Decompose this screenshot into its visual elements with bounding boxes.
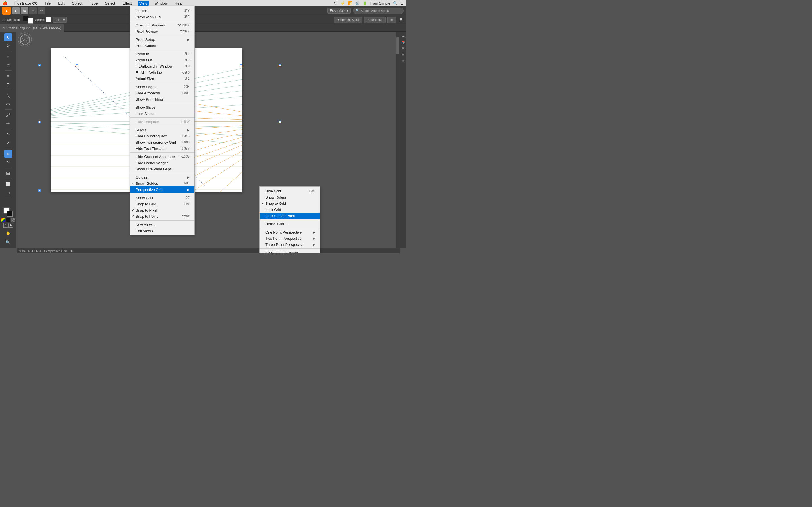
menu-snap-to-grid[interactable]: Snap to Grid ⇧⌘' [130,201,194,207]
menu-lock-slices[interactable]: Lock Slices [130,110,194,117]
selection-tool[interactable] [4,33,12,41]
menu-file[interactable]: File [43,1,52,6]
menu-hide-template[interactable]: Hide Template ⇧⌘W [130,119,194,125]
menu-preview-cpu[interactable]: Preview on CPU ⌘E [130,14,194,20]
layout-btn[interactable]: ⊞ [29,7,37,14]
psm-hide-grid[interactable]: Hide Grid ⇧⌘I [260,188,320,194]
search-stock-field[interactable]: 🔍 Search Adobe Stock [353,8,404,14]
prev-page-btn[interactable]: ◀ [31,249,33,252]
bridge-app-btn[interactable]: Br [12,7,20,14]
none-btn[interactable] [11,218,15,222]
stroke-color-swatch[interactable] [7,211,13,217]
menu-outline[interactable]: Outline ⌘Y [130,8,194,14]
first-page-btn[interactable]: ⏮ [28,249,31,252]
rotate-tool[interactable]: ↻ [4,130,12,138]
menu-illustrator-cc[interactable]: Illustrator CC [13,1,39,6]
document-tab[interactable]: × Untitled-1* @ 90% (RGB/GPU Preview) [0,24,64,32]
pen-tool[interactable]: ✒ [4,72,12,80]
scale-tool[interactable]: ⤢ [4,139,12,147]
menu-zoom-out[interactable]: Zoom Out ⌘– [130,57,194,63]
menu-proof-setup[interactable]: Proof Setup ▶ [130,36,194,43]
rect-tool[interactable]: ▭ [4,100,12,108]
menu-overprint-preview[interactable]: Overprint Preview ⌥⇧⌘Y [130,22,194,28]
menu-show-transparency-grid[interactable]: Show Transparency Grid ⇧⌘D [130,139,194,145]
menu-type[interactable]: Type [88,1,99,6]
draw-inside-btn[interactable]: ⊕ [8,223,13,228]
preferences-button[interactable]: Preferences [364,17,386,23]
menu-edit-views[interactable]: Edit Views... [130,228,194,234]
menu-snap-to-point[interactable]: ✓ Snap to Point ⌥⌘' [130,213,194,219]
menu-fit-artboard[interactable]: Fit Artboard in Window ⌘0 [130,63,194,69]
type-tool[interactable]: T [4,80,12,89]
lasso-tool[interactable]: ⊂ [4,61,12,69]
menu-rulers[interactable]: Rulers ▶ [130,127,194,133]
perspective-grid-widget[interactable] [17,32,32,47]
artboard-tool[interactable]: ⬜ [4,180,12,188]
psm-lock-station-point[interactable]: Lock Station Point [260,213,320,219]
transform-handle-ml[interactable] [38,121,41,123]
transform-handle-tl[interactable] [38,64,41,66]
line-tool[interactable]: ╲ [4,92,12,100]
menu-effect[interactable]: Effect [121,1,134,6]
menu-perspective-grid[interactable]: Perspective Grid ▶ [130,186,194,193]
menu-smart-guides[interactable]: ✓ Smart Guides ⌘U [130,180,194,186]
psm-show-rulers[interactable]: Show Rulers [260,194,320,200]
draw-normal-btn[interactable]: □ [3,223,8,228]
menu-zoom-in[interactable]: Zoom In ⌘+ [130,51,194,57]
apple-menu[interactable]: 🍎 [2,1,8,6]
zoom-tool[interactable]: 🔍 [4,238,12,246]
arrange-btn[interactable]: ⊞ [388,17,396,23]
search-menubar-icon[interactable]: 🔍 [393,1,398,5]
direct-selection-tool[interactable] [4,42,12,50]
menu-snap-to-pixel[interactable]: ✓ Snap to Pixel [130,207,194,213]
last-page-btn[interactable]: ⏭ [39,249,42,252]
menu-show-grid[interactable]: Show Grid ⌘' [130,194,194,201]
psm-snap-to-grid[interactable]: ✓ Snap to Grid [260,200,320,207]
psm-define-grid[interactable]: Define Grid... [260,221,320,227]
menu-show-print-tiling[interactable]: Show Print Tiling [130,96,194,102]
psm-three-point[interactable]: Three Point Perspective ▶ [260,241,320,247]
menu-hide-gradient-annotator[interactable]: Hide Gradient Annotator ⌥⌘G [130,154,194,160]
menu-window[interactable]: Window [153,1,169,6]
psm-one-point[interactable]: One Point Perspective ▶ [260,229,320,235]
menu-proof-colors[interactable]: Proof Colors [130,43,194,49]
brush-btn[interactable]: ✏ [38,7,45,14]
menu-actual-size[interactable]: Actual Size ⌘1 [130,75,194,82]
layers-icon[interactable]: ⊞ [401,52,406,57]
warp-tool[interactable]: 〜 [4,158,12,166]
hand-tool[interactable]: ✋ [4,229,12,237]
scroll-thumb[interactable] [396,37,399,54]
artboards-icon[interactable]: ▭ [401,58,406,63]
transform-handle-bl[interactable] [38,189,41,191]
stroke-width-select[interactable]: 1 pt [53,17,66,22]
menu-hide-artboards[interactable]: Hide Artboards ⇧⌘H [130,90,194,96]
menu-hide-text-threads[interactable]: Hide Text Threads ⇧⌘Y [130,145,194,152]
menu-pixel-preview[interactable]: Pixel Preview ⌥⌘Y [130,28,194,34]
menu-show-live-paint-gaps[interactable]: Show Live Paint Gaps [130,166,194,172]
menu-hide-corner-widget[interactable]: Hide Corner Widget [130,160,194,166]
menu-edit[interactable]: Edit [56,1,66,6]
expand-status-btn[interactable]: ▶ [71,249,73,252]
menu-fit-all[interactable]: Fit All in Window ⌥⌘0 [130,69,194,75]
stroke-swatch[interactable] [28,18,33,24]
library-icon[interactable]: 📚 [401,40,406,45]
list-icon[interactable]: ☰ [400,1,404,5]
slice-tool[interactable]: ⊡ [4,189,12,196]
column-graph-tool[interactable]: ▦ [4,169,12,177]
psm-two-point[interactable]: Two Point Perspective ▶ [260,235,320,241]
cc-panel-icon[interactable]: ☁ [401,33,406,38]
properties-icon[interactable]: ⚙ [401,46,406,51]
psm-lock-grid[interactable]: Lock Grid [260,207,320,213]
stock-app-btn[interactable]: St [21,7,28,14]
menu-select[interactable]: Select [103,1,117,6]
pencil-tool[interactable]: ✏ [4,119,12,127]
magic-wand-tool[interactable]: ⋆ [4,53,12,61]
psm-save-preset[interactable]: Save Grid as Preset... [260,249,320,253]
menu-new-view[interactable]: New View... [130,221,194,228]
width-tool[interactable]: ⇔ [4,150,12,158]
menu-hide-bounding-box[interactable]: Hide Bounding Box ⇧⌘B [130,133,194,139]
tab-close-btn[interactable]: × [3,26,5,30]
transform-handle-tr[interactable] [240,64,243,66]
transform-handle-mr[interactable] [278,121,281,123]
vertical-scrollbar[interactable] [396,32,400,248]
